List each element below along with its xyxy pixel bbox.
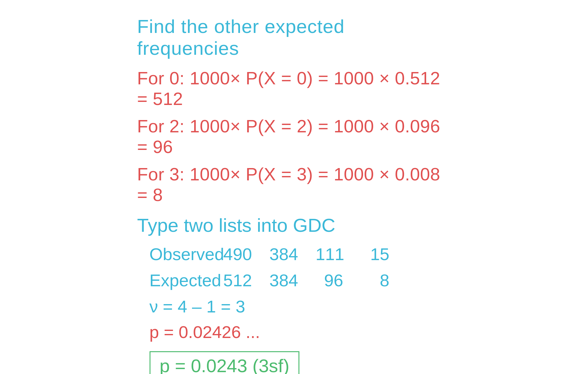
formula-0: For 0: 1000× P(X = 0) = 1000 × 0.512 = 5… <box>137 68 451 109</box>
observed-row: Observed 490 384 111 15 <box>150 244 451 264</box>
obs-val-1: 384 <box>270 244 297 264</box>
obs-val-3: 15 <box>362 244 390 264</box>
expected-values: 512 384 96 8 <box>223 270 390 290</box>
obs-val-0: 490 <box>223 244 251 264</box>
observed-values: 490 384 111 15 <box>223 244 390 264</box>
p-final-text: p = 0.0243 (3sf) <box>160 356 290 374</box>
main-heading: Find the other expected frequencies <box>137 15 451 59</box>
p-final-box: p = 0.0243 (3sf) <box>150 351 300 374</box>
formula-2: For 2: 1000× P(X = 2) = 1000 × 0.096 = 9… <box>137 116 451 157</box>
exp-val-3: 8 <box>362 270 390 290</box>
gdc-heading: Type two lists into GDC <box>137 214 451 236</box>
obs-val-2: 111 <box>316 244 343 264</box>
expected-row: Expected 512 384 96 8 <box>150 270 451 290</box>
formula-3: For 3: 1000× P(X = 3) = 1000 × 0.008 = 8 <box>137 164 451 205</box>
exp-val-0: 512 <box>223 270 251 290</box>
observed-label: Observed <box>150 244 223 264</box>
p-approx: p = 0.02426 ... <box>150 322 451 342</box>
exp-val-1: 384 <box>270 270 297 290</box>
expected-label: Expected <box>150 270 223 290</box>
exp-val-2: 96 <box>316 270 343 290</box>
nu-line: ν = 4 – 1 = 3 <box>150 296 451 316</box>
main-content: Find the other expected frequencies For … <box>125 9 463 374</box>
